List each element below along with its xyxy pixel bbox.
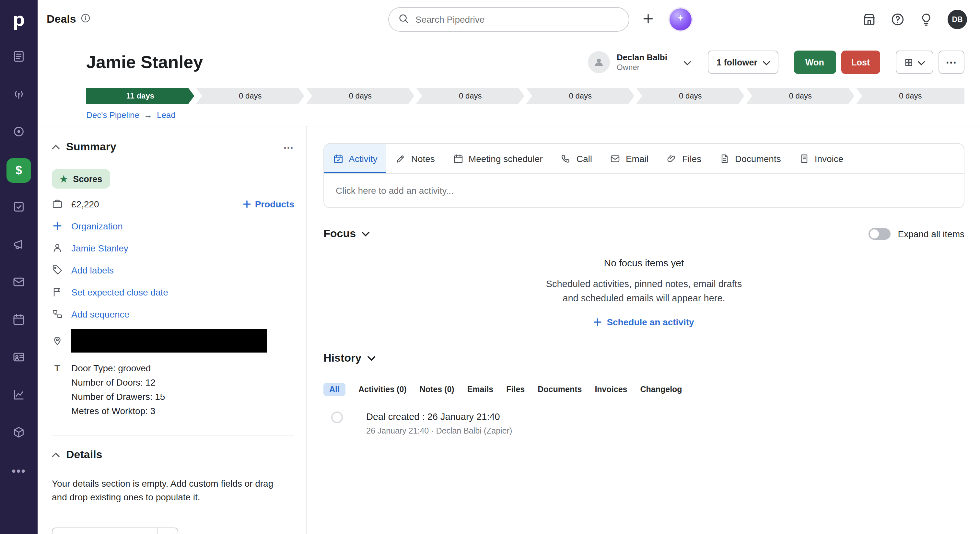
filter-documents[interactable]: Documents [538,385,582,394]
breadcrumb-pipeline-link[interactable]: Dec's Pipeline [86,110,139,120]
global-search[interactable]: Search Pipedrive [388,7,629,32]
envelope-icon [610,153,620,164]
filter-changelog[interactable]: Changelog [640,385,682,394]
broadcast-icon [12,87,25,103]
details-section-header: Details [52,435,294,461]
filter-activities[interactable]: Activities (0) [358,385,407,394]
deal-more-button[interactable]: ⋯ [939,51,964,74]
pipedrive-logo[interactable]: p [0,0,38,39]
chevron-up-icon[interactable] [52,145,60,150]
history-header: History [323,352,964,365]
page-title: Deals [47,13,76,26]
sidebar-item-activities[interactable] [0,302,38,340]
marketplace-icon[interactable] [862,12,876,27]
whats-new-icon[interactable] [919,12,933,27]
drag-drop-fields-button: Drag and drop fields [52,528,178,534]
history-title-group[interactable]: History [323,352,375,365]
stage-segment[interactable]: 11 days [86,88,194,104]
sidebar-item-more[interactable]: ••• [0,452,38,490]
detail-sidebar: Summary ⋯ ★ Scores £2,220 Products [38,126,307,534]
add-organization-row: Organization [52,219,294,233]
summary-more-button[interactable]: ⋯ [283,141,294,153]
products-label: Products [255,199,294,209]
filter-emails[interactable]: Emails [467,385,493,394]
lost-button[interactable]: Lost [841,51,880,74]
history-entry-meta: 26 January 21:40 · Declan Balbi (Zapier) [366,426,512,435]
schedule-activity-link[interactable]: Schedule an activity [594,317,694,327]
activity-tabs-card: Activity Notes Meeting scheduler Ca [323,143,964,208]
breadcrumb-stage-link[interactable]: Lead [157,110,176,120]
drag-drop-fields-label[interactable]: Drag and drop fields [52,528,157,534]
sidebar-item-prospecting[interactable] [0,114,38,152]
sidebar-item-campaigns[interactable] [0,227,38,264]
sidebar-item-projects[interactable] [0,189,38,227]
custom-field-line: Metres of Worktop: 3 [71,404,165,418]
tab-label: Meeting scheduler [469,153,543,164]
ai-assistant-button[interactable] [670,8,692,30]
add-organization-link[interactable]: Organization [71,221,123,231]
stage-segment[interactable]: 0 days [196,88,305,104]
content-area: Summary ⋯ ★ Scores £2,220 Products [38,126,980,534]
add-products-link[interactable]: Products [243,199,294,209]
layout-toggle-button[interactable] [896,51,933,74]
filter-files[interactable]: Files [506,385,525,394]
add-labels-link[interactable]: Add labels [71,265,114,275]
contact-card-icon [12,351,25,366]
quick-add-button[interactable] [637,8,659,30]
tab-email[interactable]: Email [601,144,657,173]
tab-label: Documents [735,153,781,164]
add-sequence-link[interactable]: Add sequence [71,309,129,319]
sidebar-item-contacts[interactable] [0,340,38,377]
help-icon[interactable] [891,12,905,27]
focus-title-group[interactable]: Focus [323,227,369,240]
tab-documents[interactable]: Documents [710,144,790,173]
sidebar-item-mail[interactable] [0,264,38,302]
tab-call[interactable]: Call [552,144,601,173]
focus-empty-state: No focus items yet Scheduled activities,… [323,257,964,329]
tab-activity[interactable]: Activity [324,144,387,173]
stage-segment[interactable]: 0 days [746,88,854,104]
sidebar-item-deals-active[interactable]: $ [0,152,38,189]
phone-icon [561,153,571,164]
activity-composer[interactable]: Click here to add an activity... [324,174,964,207]
filter-all[interactable]: All [323,383,345,396]
filter-notes[interactable]: Notes (0) [420,385,454,394]
stage-segment[interactable]: 0 days [306,88,415,104]
stage-segment[interactable]: 0 days [856,88,965,104]
user-avatar[interactable]: DB [948,10,967,29]
filter-invoices[interactable]: Invoices [595,385,627,394]
sidebar-item-leads[interactable] [0,76,38,114]
sidebar-item-insights[interactable] [0,377,38,415]
breadcrumb-arrow: → [139,110,157,120]
tab-invoice[interactable]: Invoice [790,144,853,173]
followers-button[interactable]: 1 follower [708,51,778,74]
calendar-icon [12,313,25,329]
plus-icon [52,220,63,231]
sidebar-item-products[interactable] [0,415,38,452]
tab-meeting-scheduler[interactable]: Meeting scheduler [444,144,552,173]
history-entry: Deal created : 26 January 21:40 26 Janua… [323,412,964,435]
history-entry-title: Deal created : 26 January 21:40 [366,412,512,422]
search-placeholder: Search Pipedrive [415,14,485,25]
custom-fields: Door Type: grooved Number of Doors: 12 N… [71,361,165,418]
sidebar-item-notes[interactable] [0,39,38,76]
chevron-down-icon[interactable] [157,528,178,534]
chevron-up-icon[interactable] [52,452,60,458]
stage-segment[interactable]: 0 days [417,88,525,104]
tab-notes[interactable]: Notes [387,144,444,173]
main-column: Deals Search Pipedrive DB Jamie S [38,0,980,534]
scores-badge[interactable]: ★ Scores [52,169,110,189]
chevron-down-icon [367,356,375,361]
chevron-down-icon [762,57,770,67]
stage-segment[interactable]: 0 days [526,88,635,104]
won-button[interactable]: Won [794,51,836,74]
summary-section-header: Summary ⋯ [52,126,294,154]
expand-all-toggle[interactable] [869,228,891,240]
person-link[interactable]: Jamie Stanley [71,243,128,253]
owner-selector[interactable]: Declan Balbi Owner [588,51,691,73]
set-close-date-link[interactable]: Set expected close date [71,287,168,297]
search-icon [398,13,409,26]
info-icon[interactable] [81,13,91,26]
stage-segment[interactable]: 0 days [636,88,745,104]
tab-files[interactable]: Files [657,144,710,173]
